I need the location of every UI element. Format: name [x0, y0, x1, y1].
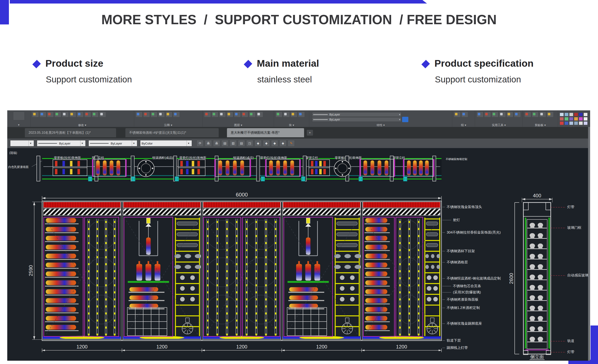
tool-button[interactable]: ▥: [230, 140, 237, 146]
tool-icon[interactable]: [499, 112, 506, 117]
ribbon-group-label[interactable]: 组 ▾: [452, 123, 475, 127]
tool-button[interactable]: 🖶: [213, 140, 220, 146]
tool-icon[interactable]: [298, 112, 305, 117]
tool-icon[interactable]: [212, 112, 218, 117]
chevron-down-icon[interactable]: ▼: [187, 140, 191, 146]
palette-swatch[interactable]: [569, 117, 573, 121]
tool-icon[interactable]: [484, 112, 491, 117]
tool-icon[interactable]: [291, 112, 297, 117]
property-dropdown[interactable]: ▼: [10, 140, 34, 146]
tool-icon[interactable]: [47, 112, 54, 117]
tool-icon[interactable]: [219, 112, 226, 117]
tool-button[interactable]: 🖶: [205, 140, 212, 146]
palette-swatch[interactable]: [574, 121, 578, 125]
tool-icon[interactable]: [234, 112, 241, 117]
vertical-scrollbar[interactable]: [588, 127, 590, 361]
palette-swatch[interactable]: [579, 117, 583, 121]
tool-icon[interactable]: [143, 112, 150, 117]
tool-icon[interactable]: [69, 112, 76, 117]
property-dropdown[interactable]: ByColor▼: [140, 140, 192, 146]
tool-icon[interactable]: [249, 112, 256, 117]
ribbon-group-label[interactable]: 特性 ▾: [309, 123, 452, 127]
tool-icon[interactable]: [461, 112, 468, 117]
drawing-tab[interactable]: 意大利餐厅不锈钢图纸方案-蒂恩*: [227, 128, 304, 137]
chevron-down-icon[interactable]: ▼: [18, 124, 20, 126]
tool-button[interactable]: ◆: [263, 140, 270, 146]
tool-icon[interactable]: [256, 112, 263, 117]
tool-button[interactable]: ✎: [288, 140, 295, 146]
ribbon-group-label[interactable]: 块 ▾: [274, 123, 309, 127]
palette-swatch[interactable]: [560, 117, 564, 121]
ribbon-group-label[interactable]: 剪贴板 ▾: [523, 123, 558, 127]
tool-icon[interactable]: [136, 112, 142, 117]
drawing-tab[interactable]: 不锈钢装饰酒柜-#炉渡豆(演文瓶)11(1)*: [125, 128, 219, 137]
palette-swatch[interactable]: [565, 113, 569, 116]
tool-icon[interactable]: [62, 112, 69, 117]
bylayer-dropdown[interactable]: ByLayer▾: [312, 112, 401, 117]
palette-swatch[interactable]: [569, 113, 573, 116]
tool-icon[interactable]: [55, 112, 61, 117]
chevron-down-icon[interactable]: ▼: [80, 140, 84, 146]
palette-swatch[interactable]: [565, 117, 569, 121]
tool-icon[interactable]: [241, 112, 248, 117]
tool-icon[interactable]: [547, 112, 553, 117]
tool-icon[interactable]: [151, 112, 157, 117]
palette-swatch[interactable]: [560, 113, 564, 116]
tool-icon[interactable]: [158, 112, 165, 117]
tool-button[interactable]: ▤: [238, 140, 245, 146]
tool-icon[interactable]: [84, 112, 91, 117]
tool-icon[interactable]: [477, 112, 483, 117]
drawing-canvas[interactable]: 背景板(拉丝)装饰面穿管立柱恒温酒柜(成品)背景灯(拉丝)装饰面恒温酒柜(成品)…: [7, 148, 590, 361]
palette-swatch[interactable]: [583, 121, 588, 125]
tool-icon[interactable]: [13, 112, 25, 120]
palette-swatch[interactable]: [579, 113, 583, 116]
palette-swatch[interactable]: [569, 121, 573, 125]
tool-icon[interactable]: [276, 112, 282, 117]
chevron-down-icon[interactable]: ▼: [29, 140, 33, 146]
new-tab-button[interactable]: +: [307, 130, 313, 136]
tool-button[interactable]: ◆: [279, 140, 286, 146]
palette-swatch[interactable]: [583, 117, 588, 121]
property-dropdown[interactable]: ByLayer▼: [37, 140, 86, 146]
palette-swatch[interactable]: [583, 113, 588, 116]
palette-swatch[interactable]: [560, 121, 564, 125]
ribbon-group-label[interactable]: 修改 ▾: [31, 123, 134, 127]
tool-icon[interactable]: [507, 112, 513, 117]
tool-icon[interactable]: [532, 112, 539, 117]
tool-icon[interactable]: [539, 112, 546, 117]
tool-icon[interactable]: [227, 112, 233, 117]
tool-icon[interactable]: [173, 112, 180, 117]
bylayer-dropdown[interactable]: ByLayer▾: [312, 117, 401, 122]
tool-icon[interactable]: [99, 112, 106, 117]
tool-button[interactable]: ⟳: [197, 140, 204, 146]
tool-button[interactable]: ◆: [255, 140, 262, 146]
chevron-down-icon[interactable]: ▾: [399, 113, 400, 116]
palette-swatch[interactable]: [574, 113, 578, 116]
tool-icon[interactable]: [283, 112, 290, 117]
tool-icon[interactable]: [204, 112, 211, 117]
chevron-down-icon[interactable]: ▾: [399, 118, 400, 121]
tool-icon[interactable]: [32, 112, 39, 117]
tool-button[interactable]: ◳: [246, 140, 253, 146]
property-dropdown[interactable]: ByLayer▼: [89, 140, 137, 146]
tool-icon[interactable]: [524, 112, 531, 117]
tool-icon[interactable]: [77, 112, 83, 117]
highlighted-tool-button[interactable]: [402, 117, 408, 122]
ribbon-adjust-button[interactable]: ▼: [7, 110, 31, 127]
palette-swatch[interactable]: [579, 121, 583, 125]
tool-icon[interactable]: [492, 112, 498, 117]
ribbon-group-label[interactable]: 注释 ▾: [134, 123, 202, 127]
tool-button[interactable]: ▤: [221, 140, 228, 146]
chevron-down-icon[interactable]: ▼: [132, 140, 136, 146]
tool-button[interactable]: ◆: [271, 140, 278, 146]
palette-swatch[interactable]: [574, 117, 578, 121]
tool-icon[interactable]: [40, 112, 46, 117]
tool-icon[interactable]: [166, 112, 172, 117]
palette-swatch[interactable]: [565, 121, 569, 125]
tool-icon[interactable]: [514, 112, 521, 117]
ribbon-group-label[interactable]: 实用工具 ▾: [475, 123, 523, 127]
tool-icon[interactable]: [454, 112, 461, 117]
drawing-tab[interactable]: 2023.05.10名晨26号酒柜【下单图纸】(1)*: [25, 128, 116, 137]
ribbon-group-label[interactable]: 图层 ▾: [202, 123, 274, 127]
tool-icon[interactable]: [92, 112, 99, 117]
